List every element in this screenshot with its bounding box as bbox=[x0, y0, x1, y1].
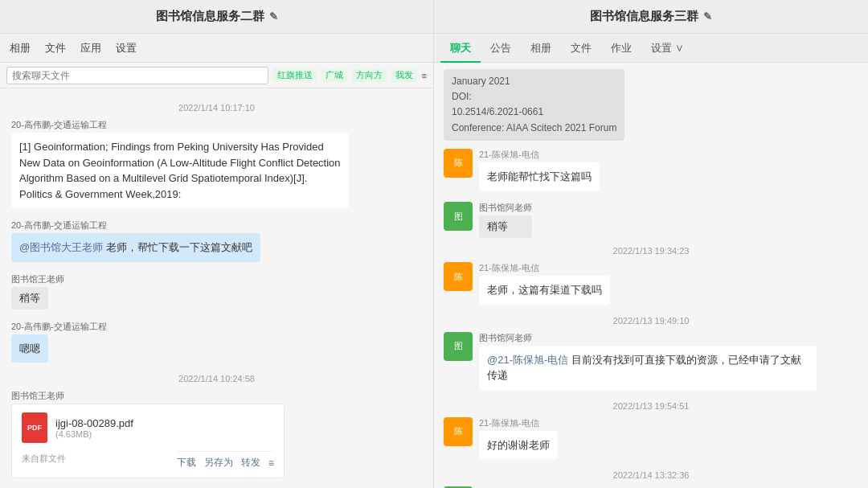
left-msg-2-text: 老师，帮忙下载一下这篇文献吧 bbox=[106, 241, 252, 253]
left-msg-1-sender: 20-高伟鹏-交通运输工程 bbox=[11, 119, 422, 131]
right-info-msg: January 2021DOI:10.2514/6.2021-0661Confe… bbox=[444, 69, 858, 141]
left-msg-2: 20-高伟鹏-交通运输工程 @图书馆大王老师 老师，帮忙下载一下这篇文献吧 bbox=[11, 219, 422, 265]
left-pdf-icon: PDF bbox=[22, 412, 47, 443]
left-msg-3-bubble: 稍等 bbox=[11, 287, 48, 310]
tab-album[interactable]: 相册 bbox=[521, 34, 561, 63]
left-msg-5: 图书馆王老师 PDF ijgi-08-00289.pdf (4.63MB) 来自… bbox=[11, 390, 422, 478]
filter-tag-3[interactable]: 方向方 bbox=[352, 68, 387, 82]
left-msg-2-bubble: @图书馆大王老师 老师，帮忙下载一下这篇文献吧 bbox=[11, 233, 260, 262]
right-lib-reply-1-bubble: 稍等 bbox=[479, 215, 532, 238]
left-file-more[interactable]: ≡ bbox=[268, 457, 274, 469]
left-msg-4-bubble: 嗯嗯 bbox=[11, 334, 48, 363]
left-edit-icon[interactable]: ✎ bbox=[269, 10, 278, 23]
left-msg-4: 20-高伟鹏-交通运输工程 嗯嗯 bbox=[11, 321, 422, 367]
right-student-msg-2-bubble: 老师，这篇有渠道下载吗 bbox=[479, 276, 610, 305]
left-group-title: 图书馆信息服务二群 bbox=[156, 9, 264, 24]
left-msg-4-sender: 20-高伟鹏-交通运输工程 bbox=[11, 321, 422, 333]
tab-chat[interactable]: 聊天 bbox=[440, 34, 481, 63]
right-lib-reply-2-col: 图书馆阿老师 @21-陈保旭-电信 目前没有找到可直接下载的资源，已经申请了文献… bbox=[479, 332, 817, 393]
right-student-2-avatar: 陈 bbox=[444, 262, 473, 291]
right-lib-2-mention: @21-陈保旭-电信 bbox=[487, 354, 568, 366]
right-lib-reply-1-row: 图 图书馆阿老师 稍等 bbox=[444, 202, 858, 238]
right-timestamp-2: 2022/1/13 19:49:10 bbox=[444, 316, 858, 326]
toolbar-album[interactable]: 相册 bbox=[10, 41, 31, 55]
right-student-1-name: 21-陈保旭-电信 bbox=[479, 149, 600, 161]
tab-homework[interactable]: 作业 bbox=[601, 34, 641, 63]
filter-tag-1[interactable]: 红旗推送 bbox=[273, 68, 317, 82]
right-student-msg-1: 陈 21-陈保旭-电信 老师能帮忙找下这篇吗 bbox=[444, 149, 858, 195]
left-file-name: ijgi-08-00289.pdf bbox=[55, 417, 133, 429]
right-timestamp-3: 2022/1/13 19:54:51 bbox=[444, 401, 858, 411]
left-file-info: ijgi-08-00289.pdf (4.63MB) bbox=[55, 417, 133, 439]
right-lib-2-name: 图书馆阿老师 bbox=[479, 332, 817, 344]
right-student-msg-2-col: 21-陈保旭-电信 老师，这篇有渠道下载吗 bbox=[479, 262, 610, 308]
left-msg-3-sender: 图书馆王老师 bbox=[11, 273, 422, 285]
tab-settings[interactable]: 设置 ∨ bbox=[641, 34, 694, 63]
left-msg-2-mention: @图书馆大王老师 bbox=[19, 241, 103, 253]
left-msg-2-sender: 20-高伟鹏-交通运输工程 bbox=[11, 219, 422, 232]
right-edit-icon[interactable]: ✎ bbox=[703, 10, 712, 23]
left-search-bar: 红旗推送 广城 方向方 我发 ≡ bbox=[0, 63, 433, 88]
right-lib-1-avatar: 图 bbox=[444, 202, 473, 231]
right-lib-reply-2-row: 图 图书馆阿老师 @21-陈保旭-电信 目前没有找到可直接下载的资源，已经申请了… bbox=[444, 332, 858, 393]
right-lib-reply-2-bubble: @21-陈保旭-电信 目前没有找到可直接下载的资源，已经申请了文献传递 bbox=[479, 346, 817, 390]
right-student-msg-1-row: 陈 21-陈保旭-电信 老师能帮忙找下这篇吗 bbox=[444, 149, 858, 195]
tab-notice[interactable]: 公告 bbox=[481, 34, 521, 63]
left-file-card: PDF ijgi-08-00289.pdf (4.63MB) 来自群文件 下载 … bbox=[11, 404, 285, 478]
right-panel-header: 图书馆信息服务三群 ✎ bbox=[434, 0, 868, 34]
left-msg-3: 图书馆王老师 稍等 bbox=[11, 273, 422, 313]
left-file-header: PDF ijgi-08-00289.pdf (4.63MB) bbox=[22, 412, 274, 443]
right-student-3-name: 21-陈保旭-电信 bbox=[479, 417, 558, 429]
tab-file[interactable]: 文件 bbox=[561, 34, 601, 63]
right-group-title: 图书馆信息服务三群 bbox=[590, 9, 698, 24]
right-lib-reply-1-col: 图书馆阿老师 稍等 bbox=[479, 202, 532, 238]
right-info-bubble: January 2021DOI:10.2514/6.2021-0661Confe… bbox=[444, 69, 624, 141]
filter-tag-4[interactable]: 我发 bbox=[391, 68, 417, 82]
right-lib-reply-2: 图 图书馆阿老师 @21-陈保旭-电信 目前没有找到可直接下载的资源，已经申请了… bbox=[444, 332, 858, 393]
right-lib-1-name: 图书馆阿老师 bbox=[479, 202, 532, 214]
right-student-msg-3-bubble: 好的谢谢老师 bbox=[479, 431, 558, 460]
right-student-msg-3-row: 陈 21-陈保旭-电信 好的谢谢老师 bbox=[444, 417, 858, 463]
left-file-source: 来自群文件 bbox=[22, 453, 66, 465]
left-timestamp-2: 2022/1/14 10:24:58 bbox=[11, 374, 422, 383]
toolbar-app[interactable]: 应用 bbox=[80, 41, 101, 55]
left-msg-1-bubble: [1] Geoinformation; Findings from Peking… bbox=[11, 133, 349, 208]
right-student-msg-3-col: 21-陈保旭-电信 好的谢谢老师 bbox=[479, 417, 558, 463]
right-student-msg-3: 陈 21-陈保旭-电信 好的谢谢老师 bbox=[444, 417, 858, 463]
right-student-msg-2-row: 陈 21-陈保旭-电信 老师，这篇有渠道下载吗 bbox=[444, 262, 858, 308]
left-panel-header: 图书馆信息服务二群 ✎ bbox=[0, 0, 433, 34]
right-timestamp-1: 2022/1/13 19:34:23 bbox=[444, 246, 858, 256]
left-msg-5-sender: 图书馆王老师 bbox=[11, 390, 422, 402]
right-student-2-name: 21-陈保旭-电信 bbox=[479, 262, 610, 274]
left-search-input[interactable] bbox=[6, 67, 268, 84]
right-timestamp-4: 2022/1/14 13:32:36 bbox=[444, 470, 858, 480]
left-msg-1: 20-高伟鹏-交通运输工程 [1] Geoinformation; Findin… bbox=[11, 119, 422, 211]
filter-more[interactable]: ≡ bbox=[422, 71, 427, 80]
right-info-text: January 2021DOI:10.2514/6.2021-0661Confe… bbox=[452, 76, 616, 133]
left-file-source-row: 来自群文件 下载 另存为 转发 ≡ bbox=[22, 448, 274, 470]
right-lib-2-avatar: 图 bbox=[444, 332, 473, 361]
left-chat-area: 2022/1/14 10:17:10 20-高伟鹏-交通运输工程 [1] Geo… bbox=[0, 88, 433, 488]
right-student-msg-2: 陈 21-陈保旭-电信 老师，这篇有渠道下载吗 bbox=[444, 262, 858, 308]
toolbar-settings[interactable]: 设置 bbox=[116, 41, 137, 55]
right-student-3-avatar: 陈 bbox=[444, 417, 473, 446]
right-student-msg-1-col: 21-陈保旭-电信 老师能帮忙找下这篇吗 bbox=[479, 149, 600, 195]
left-file-download[interactable]: 下载 bbox=[177, 456, 196, 470]
left-file-saveas[interactable]: 另存为 bbox=[204, 456, 233, 470]
right-lib-reply-1: 图 图书馆阿老师 稍等 bbox=[444, 202, 858, 238]
right-tabs: 聊天 公告 相册 文件 作业 设置 ∨ bbox=[434, 34, 868, 63]
filter-tag-2[interactable]: 广城 bbox=[321, 68, 347, 82]
right-student-msg-1-bubble: 老师能帮忙找下这篇吗 bbox=[479, 162, 600, 191]
left-file-size: (4.63MB) bbox=[55, 429, 133, 439]
right-student-1-avatar: 陈 bbox=[444, 149, 473, 178]
left-timestamp-1: 2022/1/14 10:17:10 bbox=[11, 103, 422, 113]
toolbar-file[interactable]: 文件 bbox=[45, 41, 66, 55]
right-panel: 图书馆信息服务三群 ✎ 聊天 公告 相册 文件 作业 设置 ∨ January … bbox=[434, 0, 868, 488]
left-toolbar: 相册 文件 应用 设置 bbox=[0, 34, 433, 63]
right-chat-area: January 2021DOI:10.2514/6.2021-0661Confe… bbox=[434, 63, 868, 488]
left-file-forward[interactable]: 转发 bbox=[241, 456, 260, 470]
left-panel: 图书馆信息服务二群 ✎ 相册 文件 应用 设置 红旗推送 广城 方向方 我发 ≡… bbox=[0, 0, 434, 488]
left-file-actions: 下载 另存为 转发 ≡ bbox=[177, 451, 274, 470]
